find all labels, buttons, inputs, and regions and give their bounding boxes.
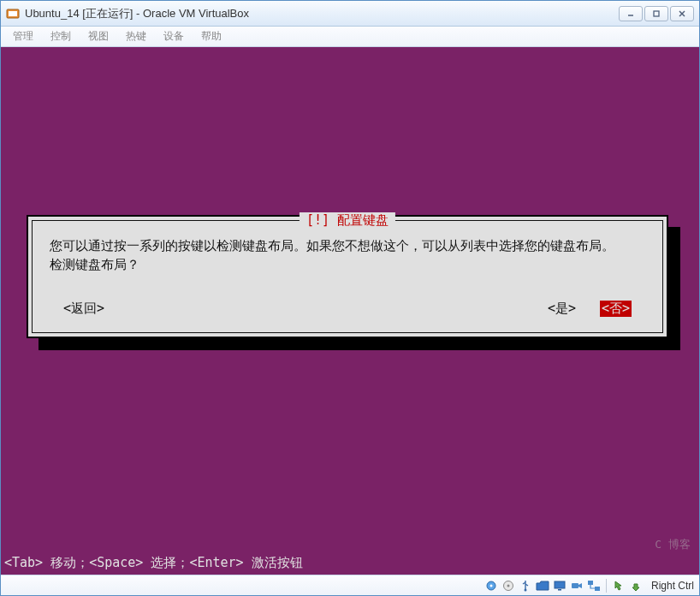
window-title: Ubuntu_14 [正在运行] - Oracle VM VirtualBox [25, 6, 619, 21]
maximize-button[interactable] [644, 6, 668, 21]
svg-rect-15 [595, 587, 600, 591]
vm-display[interactable]: [!] 配置键盘 您可以通过按一系列的按键以检测键盘布局。如果您不想做这个，可以… [1, 47, 699, 575]
dialog-title-prefix: [!] [306, 212, 329, 228]
titlebar: Ubuntu_14 [正在运行] - Oracle VM VirtualBox [1, 1, 699, 27]
keyboard-capture-icon[interactable] [629, 579, 643, 593]
menu-manage[interactable]: 管理 [6, 27, 40, 45]
menu-hotkey[interactable]: 热键 [119, 27, 153, 45]
host-key-indicator[interactable]: Right Ctrl [651, 580, 694, 592]
recording-icon[interactable] [570, 579, 584, 593]
dialog-title-text: 配置键盘 [337, 212, 389, 228]
svg-point-7 [489, 584, 492, 587]
usb-icon[interactable] [519, 579, 532, 593]
optical-drive-icon[interactable] [501, 579, 515, 593]
dialog-title: [!] 配置键盘 [300, 212, 395, 229]
close-button[interactable] [670, 6, 694, 21]
yes-button[interactable]: <是> [548, 301, 576, 317]
keyboard-config-dialog: [!] 配置键盘 您可以通过按一系列的按键以检测键盘布局。如果您不想做这个，可以… [27, 215, 668, 338]
statusbar: Right Ctrl [1, 575, 699, 595]
app-icon [6, 7, 20, 21]
dialog-body: 您可以通过按一系列的按键以检测键盘布局。如果您不想做这个，可以从列表中选择您的键… [50, 236, 645, 274]
menu-control[interactable]: 控制 [44, 27, 78, 45]
menu-devices[interactable]: 设备 [157, 27, 191, 45]
menubar: 管理 控制 视图 热键 设备 帮助 [1, 27, 699, 47]
minimize-button[interactable] [619, 6, 643, 21]
keyboard-hint: <Tab> 移动；<Space> 选择；<Enter> 激活按钮 [4, 555, 303, 571]
no-button[interactable]: <否> [600, 301, 632, 317]
mouse-integration-icon[interactable] [612, 579, 626, 593]
dialog-actions: <返回> <是> <否> [33, 301, 662, 317]
display-icon[interactable] [553, 579, 567, 593]
dialog-line2: 检测键盘布局？ [50, 255, 645, 274]
svg-rect-14 [588, 581, 593, 585]
dialog-line1: 您可以通过按一系列的按键以检测键盘布局。如果您不想做这个，可以从列表中选择您的键… [50, 236, 645, 255]
status-separator [606, 579, 607, 593]
svg-rect-3 [654, 11, 659, 16]
svg-point-9 [507, 584, 509, 587]
menu-help[interactable]: 帮助 [194, 27, 228, 45]
svg-rect-13 [572, 583, 578, 588]
back-button[interactable]: <返回> [63, 301, 104, 317]
svg-rect-1 [9, 11, 17, 16]
window-controls [619, 6, 694, 21]
shared-folder-icon[interactable] [536, 579, 549, 593]
dialog-container: [!] 配置键盘 您可以通过按一系列的按键以检测键盘布局。如果您不想做这个，可以… [27, 215, 668, 338]
virtualbox-window: Ubuntu_14 [正在运行] - Oracle VM VirtualBox … [0, 0, 700, 596]
network-icon[interactable] [587, 579, 601, 593]
menu-view[interactable]: 视图 [81, 27, 116, 45]
watermark: C 博客 [655, 537, 691, 552]
dialog-inner: [!] 配置键盘 您可以通过按一系列的按键以检测键盘布局。如果您不想做这个，可以… [32, 220, 663, 333]
svg-rect-11 [555, 581, 565, 588]
svg-point-10 [524, 588, 526, 591]
hard-disk-icon[interactable] [484, 579, 498, 593]
svg-rect-12 [558, 589, 561, 591]
